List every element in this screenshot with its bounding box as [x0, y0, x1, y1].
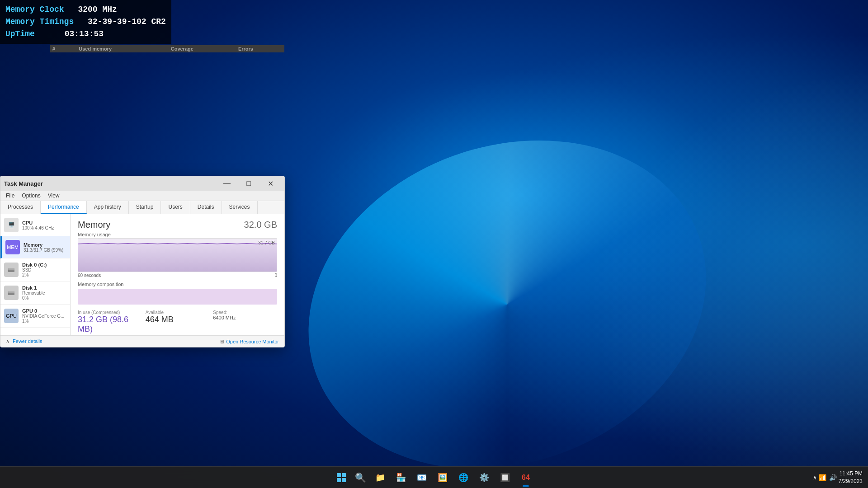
tm-sidebar: 🖥️ CPU 100% 4.46 GHz MEM Memory 31.3/31.… [0, 214, 71, 335]
resource-icon: 🖥 [219, 339, 224, 344]
tm-controls: — □ ✕ [217, 176, 281, 191]
uptime-label: UpTime [5, 29, 35, 38]
mem-clock-value: 3200 MHz [78, 5, 117, 14]
comp-bar [78, 289, 277, 305]
start-button[interactable] [332, 469, 350, 487]
taskbar-app-cpuaid[interactable]: 🔲 [495, 468, 515, 488]
tab-processes[interactable]: Processes [0, 201, 41, 214]
mem-stats-grid: In use (Compressed) 31.2 GB (98.6 MB) Av… [78, 310, 277, 335]
gpu0-icon: GPU [4, 309, 19, 323]
hwinfo-overlay: Memory Clock 3200 MHz Memory Timings 32-… [0, 0, 171, 44]
tm-file-menu[interactable]: File [6, 192, 14, 199]
tm-close-btn[interactable]: ✕ [260, 176, 281, 191]
disk1-icon [4, 286, 19, 300]
tab-details[interactable]: Details [190, 201, 222, 214]
taskbar-app-settings[interactable]: ⚙️ [474, 468, 494, 488]
device-disk0[interactable]: Disk 0 (C:) SSD2% [0, 258, 70, 282]
memory-usage-graph: 31.7 GB [78, 238, 277, 272]
col-coverage: Coverage [168, 45, 236, 52]
windows-logo [337, 473, 346, 482]
memory-icon: MEM [5, 240, 20, 254]
device-gpu0[interactable]: GPU GPU 0 NVIDIA GeForce G...1% [0, 305, 70, 328]
tm-title: Task Manager [4, 180, 43, 187]
usage-label: Memory usage [78, 232, 277, 237]
tray-icons: 📶 🔊 [819, 474, 837, 481]
tm-titlebar[interactable]: Task Manager — □ ✕ [0, 176, 284, 191]
search-button[interactable]: 🔍 [351, 469, 369, 487]
uptime-value: 03:13:53 [65, 29, 104, 38]
disk0-icon [4, 263, 19, 277]
open-resource-link[interactable]: Open Resource Monitor [226, 339, 279, 344]
uptime-row: UpTime 03:13:53 [5, 28, 166, 40]
taskbar-app-mail[interactable]: 📧 [412, 468, 432, 488]
tray-volume-icon[interactable]: 🔊 [829, 474, 837, 481]
fewer-details-icon: ∧ [6, 338, 9, 344]
graph-value: 31.7 GB [258, 240, 275, 245]
task-manager-window: Task Manager — □ ✕ File Options View Pro… [0, 176, 285, 347]
tm-body: 🖥️ CPU 100% 4.46 GHz MEM Memory 31.3/31.… [0, 214, 284, 335]
device-cpu[interactable]: 🖥️ CPU 100% 4.46 GHz [0, 214, 70, 236]
wallpaper-swirl [262, 86, 752, 488]
memory-title-row: Memory 32.0 GB [78, 220, 277, 230]
tm-bottom: ∧ Fewer details 🖥 Open Resource Monitor [0, 335, 284, 347]
taskbar-app-store[interactable]: 🏪 [391, 468, 411, 488]
tab-performance[interactable]: Performance [41, 201, 87, 214]
taskbar-clock[interactable]: 11:45 PM 7/29/2023 [839, 470, 863, 485]
col-num: # [50, 45, 76, 52]
taskbar-app-photos[interactable]: 🖼️ [433, 468, 453, 488]
mem-timings-label: Memory Timings [5, 17, 74, 26]
taskbar-time: 11:45 PM [839, 470, 863, 478]
mem-clock-label: Memory Clock [5, 5, 64, 14]
tab-app-history[interactable]: App history [87, 201, 129, 214]
graph-seconds: 60 seconds 0 [78, 273, 277, 278]
tm-minimize-btn[interactable]: — [217, 176, 237, 191]
tm-options-menu[interactable]: Options [22, 192, 40, 199]
tray-network-icon[interactable]: 📶 [819, 474, 826, 481]
taskbar-app-file-explorer[interactable]: 📁 [370, 468, 390, 488]
tm-view-menu[interactable]: View [48, 192, 60, 199]
cpu-icon: 🖥️ [4, 218, 19, 232]
tm-tabs: Processes Performance App history Startu… [0, 201, 284, 214]
tm-menu: File Options View [0, 191, 284, 201]
taskbar-center: 🔍 📁 🏪 📧 🖼️ 🌐 ⚙️ 🔲 64 [332, 468, 536, 488]
memory-size: 32.0 GB [244, 220, 277, 230]
taskbar-date: 7/29/2023 [839, 478, 863, 485]
tab-services[interactable]: Services [222, 201, 258, 214]
memory-title: Memory [78, 220, 110, 230]
col-used: Used memory [76, 45, 168, 52]
taskbar[interactable]: 🔍 📁 🏪 📧 🖼️ 🌐 ⚙️ 🔲 64 ∧ 📶 🔊 11:45 PM 7/29… [0, 466, 868, 488]
comp-label: Memory composition [78, 282, 277, 287]
tm-main: Memory 32.0 GB Memory usage 31.7 GB 60 s… [71, 214, 284, 335]
fewer-details-link[interactable]: Fewer details [13, 338, 42, 344]
svg-rect-3 [8, 291, 14, 293]
mem-clock-row: Memory Clock 3200 MHz [5, 4, 166, 16]
mem-timings-row: Memory Timings 32-39-39-102 CR2 [5, 16, 166, 28]
taskbar-right: ∧ 📶 🔊 11:45 PM 7/29/2023 [813, 470, 868, 485]
mem-timings-value: 32-39-39-102 CR2 [88, 17, 166, 26]
in-use-stat: In use (Compressed) 31.2 GB (98.6 MB) [78, 310, 142, 334]
available-stat: Available 464 MB [146, 310, 210, 334]
tm-restore-btn[interactable]: □ [238, 176, 259, 191]
col-errors: Errors [236, 45, 284, 52]
tab-users[interactable]: Users [161, 201, 190, 214]
taskbar-app-64bit[interactable]: 64 [516, 468, 536, 488]
svg-rect-1 [8, 268, 14, 270]
tray-arrow[interactable]: ∧ [813, 474, 817, 481]
tab-startup[interactable]: Startup [129, 201, 161, 214]
taskbar-app-browser[interactable]: 🌐 [453, 468, 473, 488]
device-disk1[interactable]: Disk 1 Removable0% [0, 282, 70, 305]
device-memory[interactable]: MEM Memory 31.3/31.7 GB (99%) [0, 236, 70, 258]
